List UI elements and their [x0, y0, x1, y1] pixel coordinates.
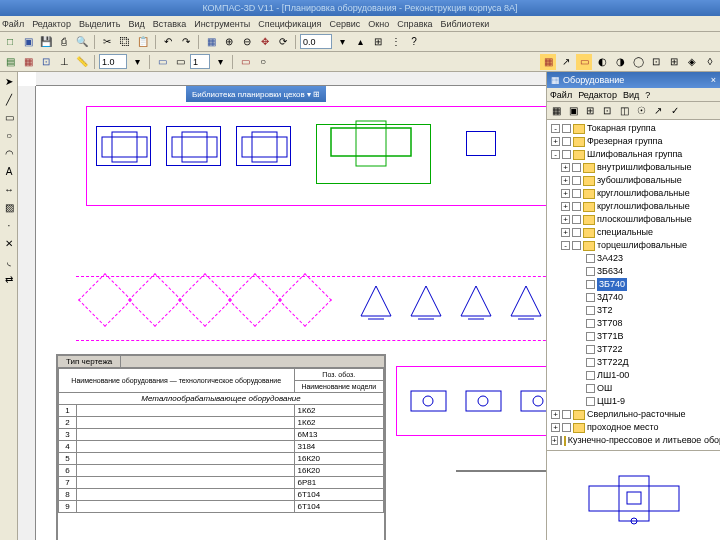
- tree-item[interactable]: +внутришлифовальные: [549, 161, 718, 174]
- lasso-icon[interactable]: ○: [255, 54, 271, 70]
- paste-icon[interactable]: 📋: [135, 34, 151, 50]
- save-icon[interactable]: 💾: [38, 34, 54, 50]
- canvas-area[interactable]: Библиотека планировки цехов ▾ ⊞: [18, 72, 546, 540]
- checkbox[interactable]: [586, 345, 595, 354]
- param-input[interactable]: [300, 34, 332, 49]
- view2-icon[interactable]: ▭: [172, 54, 188, 70]
- checkbox[interactable]: [586, 319, 595, 328]
- circle-icon[interactable]: ○: [1, 127, 17, 143]
- expand-icon[interactable]: +: [561, 215, 570, 224]
- checkbox[interactable]: [572, 215, 581, 224]
- open-icon[interactable]: ▣: [20, 34, 36, 50]
- tree-item[interactable]: +плоскошлифовальные: [549, 213, 718, 226]
- tool-icon[interactable]: ◊: [702, 54, 718, 70]
- menu-window[interactable]: Окно: [368, 19, 389, 29]
- checkbox[interactable]: [586, 358, 595, 367]
- trim-icon[interactable]: ✕: [1, 235, 17, 251]
- undo-icon[interactable]: ↶: [160, 34, 176, 50]
- checkbox[interactable]: [562, 410, 571, 419]
- zoom-input[interactable]: [99, 54, 127, 69]
- menu-edit[interactable]: Редактор: [32, 19, 71, 29]
- checkbox[interactable]: [586, 293, 595, 302]
- scale-input[interactable]: [190, 54, 210, 69]
- panel-tool-icon[interactable]: ✓: [667, 103, 683, 119]
- tree-item[interactable]: +проходное место: [549, 421, 718, 434]
- dropdown-icon[interactable]: ▾: [334, 34, 350, 50]
- menu-view[interactable]: Вид: [128, 19, 144, 29]
- checkbox[interactable]: [586, 267, 595, 276]
- menu-tools[interactable]: Инструменты: [194, 19, 250, 29]
- refresh-icon[interactable]: ⟳: [275, 34, 291, 50]
- panel-tool-icon[interactable]: ▦: [548, 103, 564, 119]
- tree-item[interactable]: 3Б740: [549, 278, 718, 291]
- line-icon[interactable]: ╱: [1, 91, 17, 107]
- tree-item[interactable]: +Фрезерная группа: [549, 135, 718, 148]
- prop-tab-type[interactable]: Тип чертежа: [58, 356, 121, 367]
- checkbox[interactable]: [562, 124, 571, 133]
- menu-insert[interactable]: Вставка: [153, 19, 186, 29]
- tree-item[interactable]: ЛШ1-00: [549, 369, 718, 382]
- snap-icon[interactable]: ⊡: [38, 54, 54, 70]
- grid-icon[interactable]: ▦: [20, 54, 36, 70]
- properties-icon[interactable]: ⊞: [370, 34, 386, 50]
- checkbox[interactable]: [586, 280, 595, 289]
- tree-item[interactable]: 3Т722Д: [549, 356, 718, 369]
- pointer-icon[interactable]: ➤: [1, 73, 17, 89]
- tool-icon[interactable]: ◯: [630, 54, 646, 70]
- checkbox[interactable]: [572, 176, 581, 185]
- machine-block[interactable]: [516, 376, 546, 421]
- point-icon[interactable]: ·: [1, 217, 17, 233]
- tool-icon[interactable]: ◈: [684, 54, 700, 70]
- tool-icon[interactable]: ◑: [612, 54, 628, 70]
- expand-icon[interactable]: +: [561, 189, 570, 198]
- expand-icon[interactable]: -: [551, 124, 560, 133]
- machine-block[interactable]: [406, 376, 451, 421]
- checkbox[interactable]: [562, 150, 571, 159]
- panel-menu-edit[interactable]: Редактор: [578, 90, 617, 100]
- zoom-out-icon[interactable]: ⊖: [239, 34, 255, 50]
- checkbox[interactable]: [586, 384, 595, 393]
- extra-icon[interactable]: ▦: [540, 54, 556, 70]
- machine-block[interactable]: [166, 126, 221, 166]
- machine-block[interactable]: [466, 131, 496, 156]
- tree-item[interactable]: 3Д740: [549, 291, 718, 304]
- library-floating-bar[interactable]: Библиотека планировки цехов ▾ ⊞: [186, 86, 326, 102]
- help-icon[interactable]: ?: [406, 34, 422, 50]
- arrow-up-icon[interactable]: ▴: [352, 34, 368, 50]
- panel-menu-view[interactable]: Вид: [623, 90, 639, 100]
- tree-item[interactable]: 3Т71В: [549, 330, 718, 343]
- menu-service[interactable]: Сервис: [330, 19, 361, 29]
- checkbox[interactable]: [572, 228, 581, 237]
- tree-item[interactable]: +зубошлифовальные: [549, 174, 718, 187]
- layer-icon[interactable]: ▤: [2, 54, 18, 70]
- preview-icon[interactable]: 🔍: [74, 34, 90, 50]
- menu-help[interactable]: Справка: [397, 19, 432, 29]
- cut-icon[interactable]: ✂: [99, 34, 115, 50]
- tree-item[interactable]: 3Т2: [549, 304, 718, 317]
- dropdown-icon[interactable]: ▾: [212, 54, 228, 70]
- select-icon[interactable]: ▭: [237, 54, 253, 70]
- print-icon[interactable]: ⎙: [56, 34, 72, 50]
- ortho-icon[interactable]: ⊥: [56, 54, 72, 70]
- expand-icon[interactable]: +: [561, 228, 570, 237]
- expand-icon[interactable]: +: [551, 436, 558, 445]
- checkbox[interactable]: [572, 189, 581, 198]
- drawing-surface[interactable]: Библиотека планировки цехов ▾ ⊞: [36, 86, 546, 540]
- redo-icon[interactable]: ↷: [178, 34, 194, 50]
- tree-item[interactable]: +Кузнечно-прессовое и литьевое оборудова…: [549, 434, 718, 447]
- tree-item[interactable]: 3Т722: [549, 343, 718, 356]
- equipment-tree[interactable]: -Токарная группа+Фрезерная группа-Шлифов…: [547, 120, 720, 450]
- expand-icon[interactable]: -: [561, 241, 570, 250]
- text-icon[interactable]: A: [1, 163, 17, 179]
- property-panel[interactable]: Тип чертежа Наименование оборудования — …: [56, 354, 386, 540]
- panel-titlebar[interactable]: ▦Оборудование ×: [547, 72, 720, 88]
- expand-icon[interactable]: +: [551, 423, 560, 432]
- tree-item[interactable]: ЦШ1-9: [549, 395, 718, 408]
- view1-icon[interactable]: ▭: [154, 54, 170, 70]
- tool-icon[interactable]: ⊡: [648, 54, 664, 70]
- dim-icon[interactable]: ↔: [1, 181, 17, 197]
- machine-block[interactable]: [96, 126, 151, 166]
- tool-icon[interactable]: ◐: [594, 54, 610, 70]
- tree-item[interactable]: +круглошлифовальные: [549, 200, 718, 213]
- menu-libraries[interactable]: Библиотеки: [441, 19, 490, 29]
